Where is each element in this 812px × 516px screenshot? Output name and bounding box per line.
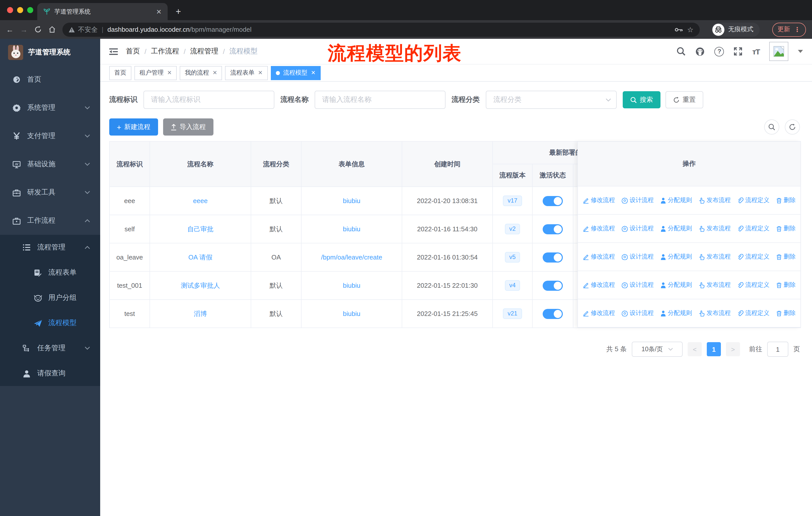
process-name-link[interactable]: 滔博: [194, 309, 207, 318]
form-info-link[interactable]: biubiu: [343, 282, 360, 289]
action-edit-link[interactable]: 修改流程: [583, 224, 615, 233]
back-icon[interactable]: ←: [6, 26, 13, 33]
minimize-window-button[interactable]: [17, 7, 23, 13]
active-toggle[interactable]: [543, 252, 563, 262]
page-size-select[interactable]: 10条/页: [632, 342, 683, 357]
breadcrumb-process-mgmt[interactable]: 流程管理: [190, 47, 219, 56]
active-toggle[interactable]: [543, 309, 563, 319]
active-toggle[interactable]: [543, 224, 563, 234]
action-definition-link[interactable]: 流程定义: [737, 224, 770, 233]
page-1-button[interactable]: 1: [707, 342, 721, 356]
action-definition-link[interactable]: 流程定义: [737, 196, 770, 205]
action-definition-link[interactable]: 流程定义: [737, 252, 770, 261]
font-size-icon[interactable]: тT: [752, 47, 760, 56]
action-publish-link[interactable]: 发布流程: [698, 196, 731, 205]
create-process-button[interactable]: + 新建流程: [109, 118, 158, 136]
tag-首页[interactable]: 首页: [109, 66, 132, 80]
reset-button[interactable]: 重置: [666, 91, 703, 108]
search-button[interactable]: 搜索: [623, 91, 661, 108]
action-assign-link[interactable]: 分配规则: [660, 196, 692, 205]
url-bar[interactable]: 不安全 | dashboard.yudao.iocoder.cn/bpm/man…: [62, 22, 699, 36]
zoom-window-button[interactable]: [27, 7, 33, 13]
breadcrumb-home[interactable]: 首页: [126, 47, 140, 56]
filter-name-input[interactable]: 请输入流程名称: [315, 91, 445, 109]
action-definition-link[interactable]: 流程定义: [737, 309, 770, 318]
next-page-button[interactable]: >: [726, 342, 740, 356]
github-icon[interactable]: [695, 47, 705, 56]
sidebar-item-devtools[interactable]: 研发工具: [0, 179, 100, 207]
action-definition-link[interactable]: 流程定义: [737, 281, 770, 289]
fullscreen-icon[interactable]: [734, 47, 743, 56]
sidebar-item-workflow[interactable]: 工作流程: [0, 207, 100, 235]
sidebar-item-infra[interactable]: 基础设施: [0, 150, 100, 179]
action-edit-link[interactable]: 修改流程: [583, 196, 615, 205]
sidebar-item-user-group[interactable]: 用户分组: [0, 285, 100, 310]
security-chip[interactable]: 不安全: [68, 25, 98, 34]
action-design-link[interactable]: 设计流程: [621, 309, 654, 318]
active-toggle[interactable]: [543, 196, 563, 206]
window-controls[interactable]: [7, 7, 33, 13]
action-publish-link[interactable]: 发布流程: [698, 252, 731, 261]
action-publish-link[interactable]: 发布流程: [698, 309, 731, 318]
key-icon[interactable]: [674, 27, 683, 32]
action-design-link[interactable]: 设计流程: [621, 281, 654, 289]
version-badge[interactable]: v5: [505, 252, 520, 263]
process-name-link[interactable]: 自己审批: [187, 224, 213, 234]
avatar-caret-icon[interactable]: [798, 50, 803, 53]
action-delete-link[interactable]: 删除: [776, 224, 795, 233]
process-name-link[interactable]: 测试多审批人: [181, 281, 220, 290]
filter-category-select[interactable]: 流程分类: [486, 91, 617, 109]
sidebar-collapse-icon[interactable]: [109, 48, 118, 55]
version-badge[interactable]: v2: [505, 223, 520, 234]
help-icon[interactable]: ?: [715, 47, 724, 56]
action-edit-link[interactable]: 修改流程: [583, 309, 615, 318]
tag-流程表单[interactable]: 流程表单✕: [225, 66, 267, 80]
form-info-link[interactable]: biubiu: [343, 225, 360, 233]
action-design-link[interactable]: 设计流程: [621, 196, 654, 205]
action-edit-link[interactable]: 修改流程: [583, 252, 615, 261]
search-icon[interactable]: [677, 47, 686, 56]
action-publish-link[interactable]: 发布流程: [698, 281, 731, 289]
sidebar-item-payment[interactable]: 支付管理: [0, 122, 100, 150]
process-name-link[interactable]: eeee: [193, 197, 208, 205]
action-design-link[interactable]: 设计流程: [621, 252, 654, 261]
action-assign-link[interactable]: 分配规则: [660, 252, 692, 261]
home-icon[interactable]: [48, 26, 56, 33]
new-tab-button[interactable]: +: [176, 6, 181, 17]
action-assign-link[interactable]: 分配规则: [660, 309, 692, 318]
form-info-link[interactable]: /bpm/oa/leave/create: [321, 253, 382, 261]
browser-menu-icon[interactable]: ⋮: [794, 26, 801, 33]
prev-page-button[interactable]: <: [688, 342, 702, 356]
action-delete-link[interactable]: 删除: [776, 309, 795, 318]
tag-close-icon[interactable]: ✕: [167, 70, 172, 76]
tag-close-icon[interactable]: ✕: [258, 70, 263, 76]
version-badge[interactable]: v17: [503, 195, 522, 206]
close-window-button[interactable]: [7, 7, 13, 13]
filter-id-input[interactable]: 请输入流程标识: [143, 91, 274, 109]
action-publish-link[interactable]: 发布流程: [698, 224, 731, 233]
sidebar-item-process-form[interactable]: 流程表单: [0, 260, 100, 285]
tab-close-icon[interactable]: ✕: [156, 8, 162, 16]
sidebar-item-home[interactable]: 首页: [0, 65, 100, 94]
version-badge[interactable]: v21: [503, 308, 522, 319]
sidebar-item-process-model[interactable]: 流程模型: [0, 310, 100, 335]
sidebar-item-process-mgmt[interactable]: 流程管理: [0, 235, 100, 260]
breadcrumb-workflow[interactable]: 工作流程: [151, 47, 179, 56]
action-assign-link[interactable]: 分配规则: [660, 224, 692, 233]
bookmark-star-icon[interactable]: ☆: [687, 25, 693, 33]
action-design-link[interactable]: 设计流程: [621, 224, 654, 233]
tag-流程模型[interactable]: 流程模型✕: [270, 66, 320, 80]
action-assign-link[interactable]: 分配规则: [660, 281, 692, 289]
goto-page-input[interactable]: 1: [767, 342, 788, 357]
refresh-button[interactable]: [785, 119, 800, 135]
avatar[interactable]: [769, 42, 788, 61]
form-info-link[interactable]: biubiu: [343, 310, 360, 318]
action-delete-link[interactable]: 删除: [776, 196, 795, 205]
action-delete-link[interactable]: 删除: [776, 281, 795, 289]
forward-icon[interactable]: →: [20, 26, 28, 33]
sidebar-item-task-mgmt[interactable]: 任务管理: [0, 335, 100, 361]
version-badge[interactable]: v4: [505, 280, 520, 291]
action-delete-link[interactable]: 删除: [776, 252, 795, 261]
tag-租户管理[interactable]: 租户管理✕: [135, 66, 177, 80]
tag-close-icon[interactable]: ✕: [212, 70, 217, 76]
